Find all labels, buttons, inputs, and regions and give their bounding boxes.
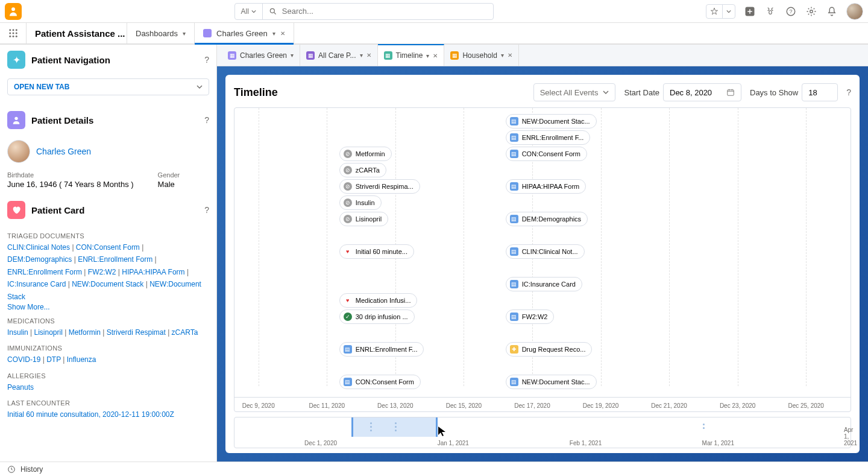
chevron-down-icon[interactable]: ▾ — [272, 30, 275, 37]
link[interactable]: Metformin — [69, 328, 101, 337]
salesforce-help-icon[interactable] — [764, 5, 776, 17]
timeline-event[interactable]: ♥Medication Infusi... — [339, 293, 418, 308]
timeline-canvas[interactable]: Dec 9, 2020Dec 11, 2020Dec 13, 2020Dec 1… — [234, 107, 851, 412]
timeline-event[interactable]: ♥Initial 60 minute... — [339, 244, 414, 259]
link[interactable]: Insulin — [7, 328, 28, 337]
subtab[interactable]: ▦All Care P...▾✕ — [300, 45, 377, 66]
axis-tick: Dec 9, 2020 — [242, 402, 275, 409]
help-icon[interactable]: ? — [204, 55, 209, 65]
bell-icon[interactable] — [826, 5, 838, 17]
link[interactable]: Peanuts — [7, 383, 34, 392]
subtab[interactable]: ▦Charles Green▾ — [222, 45, 300, 66]
chevron-down-icon[interactable]: ▾ — [291, 52, 294, 59]
chevron-down-icon[interactable]: ▾ — [501, 52, 504, 59]
close-icon[interactable]: ✕ — [433, 52, 438, 59]
link[interactable]: COVID-19 — [7, 355, 40, 364]
link[interactable]: DTP — [46, 355, 61, 364]
header-utility-icons: ? — [706, 3, 863, 20]
left-panel: ✦ Patient Navigation ? OPEN NEW TAB Pati… — [0, 45, 217, 462]
timeline-event[interactable]: ▤CON:Consent Form — [506, 147, 587, 161]
event-type-icon: ▤ — [510, 150, 518, 158]
link[interactable]: ENRL:Enrollment Form — [78, 255, 153, 264]
help-icon[interactable]: ? — [846, 87, 851, 97]
link[interactable]: HIPAA:HIPAA Form — [122, 268, 184, 276]
svg-point-13 — [9, 36, 11, 37]
timeline-event[interactable]: ⊘Striverdi Respima... — [339, 179, 420, 194]
timeline-event[interactable]: ▤IC:Insurance Card — [506, 277, 582, 291]
clock-icon — [7, 465, 16, 474]
link[interactable]: ENRL:Enrollment Form — [7, 268, 82, 276]
event-label: IC:Insurance Card — [522, 281, 576, 288]
link[interactable]: FW2:W2 — [88, 268, 116, 276]
patient-name-link[interactable]: Charles Green — [36, 147, 91, 156]
nav-item[interactable]: Dashboards▾ — [127, 23, 195, 43]
link[interactable]: NEW:Document Stack — [72, 280, 143, 288]
global-search[interactable]: All — [234, 3, 494, 20]
subtab-label: Household — [462, 51, 497, 60]
add-icon[interactable] — [744, 5, 756, 17]
link[interactable]: Lisinopril — [34, 328, 62, 337]
event-type-icon: ▤ — [510, 117, 518, 125]
timeline-event[interactable]: ▤ENRL:Enrollment F... — [339, 342, 424, 357]
timeline-event[interactable]: ⊘zCARTa — [339, 163, 386, 177]
timeline-event[interactable]: ⊘Lisinopril — [339, 212, 388, 226]
axis-tick: Dec 23, 2020 — [720, 402, 756, 409]
birthdate-value: June 16, 1946 ( 74 Years 8 Months ) — [7, 180, 134, 189]
chevron-down-icon[interactable]: ▾ — [183, 30, 186, 37]
event-type-icon: ▤ — [510, 313, 518, 321]
close-icon[interactable]: ✕ — [280, 30, 285, 37]
help-icon[interactable]: ? — [204, 205, 209, 215]
select-events-dropdown[interactable]: Select All Events — [533, 83, 616, 101]
link[interactable]: Striverdi Respimat — [107, 328, 166, 337]
link[interactable]: CON:Consent Form — [76, 243, 140, 252]
gear-icon[interactable] — [805, 5, 817, 17]
timeline-event[interactable]: ▤HIPAA:HIPAA Form — [506, 179, 587, 194]
start-date-input[interactable]: Dec 8, 2020 — [663, 83, 741, 101]
user-avatar[interactable] — [846, 3, 863, 20]
search-input[interactable] — [282, 7, 487, 16]
event-type-icon: ♥ — [344, 296, 352, 305]
link[interactable]: Influenza — [67, 355, 96, 364]
timeline-event[interactable]: ▤FW2:W2 — [506, 309, 555, 324]
question-icon[interactable]: ? — [785, 5, 797, 17]
link[interactable]: IC:Insurance Card — [7, 280, 66, 288]
link[interactable]: zCARTa — [172, 328, 198, 337]
timeline-event[interactable]: ⊘Insulin — [339, 195, 382, 210]
close-icon[interactable]: ✕ — [508, 52, 512, 59]
chevron-down-icon[interactable]: ▾ — [360, 52, 363, 59]
timeline-event[interactable]: ▤ENRL:Enrollment F... — [506, 130, 591, 145]
svg-point-9 — [15, 29, 17, 31]
link[interactable]: CLIN:Clinical Notes — [7, 243, 70, 252]
timeline-event[interactable]: ✓30 drip infusion ... — [339, 309, 415, 324]
timeline-event[interactable]: ▤CON:Consent Form — [339, 375, 421, 389]
chevron-down-icon[interactable]: ▾ — [426, 52, 429, 59]
event-label: CLIN:Clinical Not... — [522, 248, 578, 255]
subtab-label: Timeline — [396, 51, 423, 60]
open-new-tab-select[interactable]: OPEN NEW TAB — [7, 78, 209, 95]
encounter-link[interactable]: Initial 60 minute consultation, 2020-12-… — [7, 410, 174, 419]
history-bar[interactable]: History — [0, 462, 868, 476]
overview-tick: Apr 1, 2021 — [844, 427, 857, 446]
timeline-event[interactable]: ▤NEW:Document Stac... — [506, 114, 597, 129]
timeline-event[interactable]: ▤DEM:Demographics — [506, 212, 588, 226]
start-date-value: Dec 8, 2020 — [670, 88, 712, 97]
favorites-split-button[interactable] — [706, 4, 735, 19]
timeline-event[interactable]: ▤NEW:Document Stac... — [506, 375, 597, 389]
link[interactable]: DEM:Demographics — [7, 255, 72, 264]
show-more-link[interactable]: Show More... — [7, 303, 50, 311]
days-to-show-input[interactable]: 18 — [802, 83, 838, 101]
subtab[interactable]: ▦Timeline▾✕ — [378, 44, 445, 66]
timeline-event[interactable]: ▤CLIN:Clinical Not... — [506, 244, 585, 259]
app-launcher-icon[interactable] — [0, 23, 27, 43]
timeline-overview[interactable]: Dec 1, 2020Jan 1, 2021Feb 1, 2021Mar 1, … — [234, 417, 851, 448]
timeline-event[interactable]: ✚Drug Request Reco... — [506, 342, 593, 357]
subtab[interactable]: ▦Household▾✕ — [444, 45, 518, 66]
axis-tick: Dec 15, 2020 — [446, 402, 482, 409]
nav-item[interactable]: Charles Green▾✕ — [195, 23, 294, 43]
event-label: CON:Consent Form — [356, 378, 414, 386]
search-scope-dropdown[interactable]: All — [235, 4, 263, 19]
close-icon[interactable]: ✕ — [366, 52, 371, 59]
timeline-event[interactable]: ⊘Metformin — [339, 147, 392, 161]
panel-title-details: Patient Details — [31, 115, 198, 125]
help-icon[interactable]: ? — [204, 115, 209, 125]
